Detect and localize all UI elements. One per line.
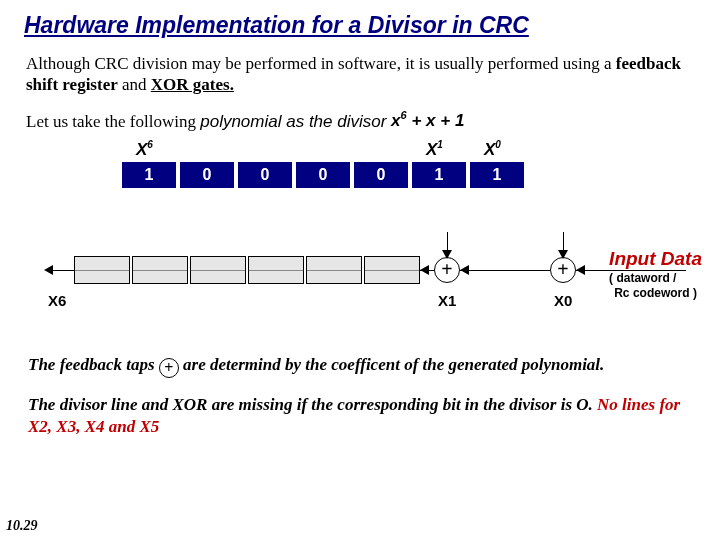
poly-x1: x: [391, 111, 400, 130]
register-box: [132, 256, 188, 284]
arrow-left-icon: [460, 265, 469, 275]
label-x1: X1: [426, 139, 443, 160]
arrow-down-icon: [442, 250, 452, 259]
label-x6: X6: [136, 139, 153, 160]
arrow-left-icon: [44, 265, 53, 275]
poly-expr: x6 + x + 1: [391, 111, 464, 130]
page-number: 10.29: [6, 518, 38, 534]
poly-rest: x + 1: [426, 111, 464, 130]
register-box: [306, 256, 362, 284]
lx0-s: 0: [495, 139, 501, 150]
wire: [460, 270, 550, 271]
arrow-left-icon: [420, 265, 429, 275]
p2-polynomial-word: polynomial: [200, 111, 281, 130]
bit-cell: 0: [180, 162, 236, 188]
paragraph-1: Although CRC division may be performed i…: [26, 53, 694, 96]
lx6-x: X: [136, 140, 147, 159]
shift-register-diagram: + + X6 X1 X0: [18, 238, 702, 328]
bit-cell: 1: [122, 162, 178, 188]
paragraph-4: The divisor line and XOR are missing if …: [28, 394, 692, 438]
wire: [52, 270, 74, 271]
register-box: [190, 256, 246, 284]
register-box: [248, 256, 304, 284]
lx1-x: X: [426, 140, 437, 159]
xor-gate-icon: +: [550, 257, 576, 283]
p3-b: are determind by the coefficent of the g…: [179, 355, 605, 374]
bit-cell: 0: [238, 162, 294, 188]
p1-text-a: Although CRC division may be performed i…: [26, 54, 616, 73]
lx1-s: 1: [437, 139, 443, 150]
xor-gate-icon: +: [434, 257, 460, 283]
label-x0: X0: [484, 139, 501, 160]
xor-inline-icon: +: [159, 358, 179, 378]
axis-label-x6: X6: [48, 292, 66, 309]
arrow-left-icon: [576, 265, 585, 275]
p2-a: Let us take the following: [26, 111, 200, 130]
p2-c: as the: [281, 111, 337, 130]
p2-divisor-word: divisor: [337, 111, 391, 130]
register-box: [364, 256, 420, 284]
p1-text-c: and: [118, 75, 151, 94]
lx6-s: 6: [147, 139, 153, 150]
p4-a: The divisor line and XOR are missing if …: [28, 395, 597, 414]
paragraph-3: The feedback taps + are determind by the…: [28, 354, 692, 378]
wire: [576, 270, 686, 271]
p1-text-d: XOR gates.: [151, 75, 234, 94]
x-power-labels: X6 X1 X0: [18, 139, 702, 161]
lx0-x: X: [484, 140, 495, 159]
slide-title: Hardware Implementation for a Divisor in…: [24, 12, 702, 39]
paragraph-2: Let us take the following polynomial as …: [26, 110, 694, 132]
arrow-down-icon: [558, 250, 568, 259]
axis-label-x0: X0: [554, 292, 572, 309]
register-box: [74, 256, 130, 284]
p3-a: The feedback taps: [28, 355, 159, 374]
axis-label-x1: X1: [438, 292, 456, 309]
bit-cell: 0: [296, 162, 352, 188]
bit-cell: 0: [354, 162, 410, 188]
divisor-bit-row: 1 0 0 0 0 1 1: [18, 162, 702, 190]
poly-plus: +: [407, 111, 426, 130]
bit-cell: 1: [412, 162, 468, 188]
bit-cell: 1: [470, 162, 526, 188]
